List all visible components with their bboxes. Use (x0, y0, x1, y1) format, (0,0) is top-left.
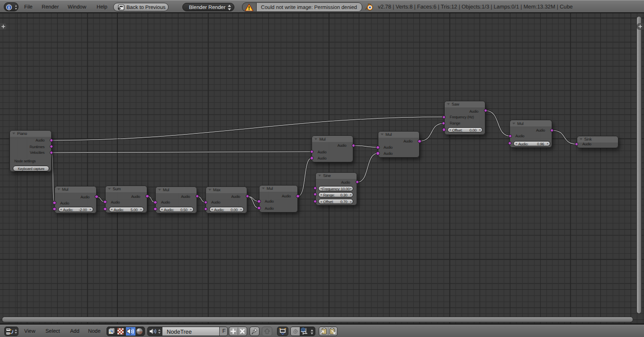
svg-text:i: i (9, 5, 10, 10)
